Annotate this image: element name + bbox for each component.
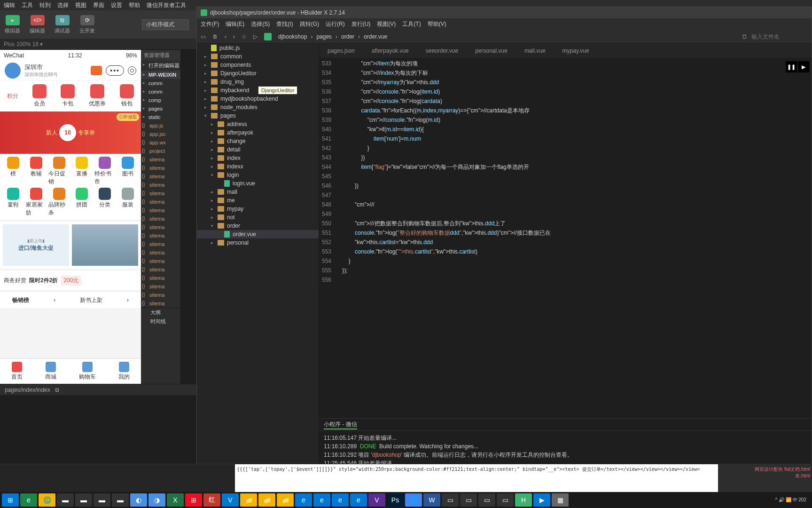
file-search-input[interactable] (751, 33, 808, 40)
open-editors[interactable]: 打开的编辑器 (141, 61, 180, 71)
taskbar-app[interactable]: ▬ (75, 493, 92, 507)
file-search-icon[interactable]: 🗋 (742, 33, 748, 40)
tab-new[interactable]: 新书上架 (80, 296, 102, 304)
wxml-snippet[interactable]: {{{['tap',['topay',['$event']]]]}}" styl… (235, 464, 718, 492)
hb-menu-item[interactable]: 选择(S) (251, 20, 270, 28)
tree-file[interactable]: sitema (141, 155, 180, 164)
taskbar-app[interactable]: ▭ (460, 493, 477, 507)
taskbar-app[interactable]: ▦ (552, 493, 569, 507)
taskbar-app[interactable]: ▬ (57, 493, 74, 507)
editor-tabs[interactable]: pages.jsonafterpayok.vueseeorder.vuepers… (319, 44, 812, 58)
quick-item[interactable]: 钱包 (120, 84, 134, 108)
tree-item[interactable]: common (197, 52, 319, 61)
tree-item[interactable]: DjangoUeditor (197, 69, 319, 78)
tree-file[interactable]: project (141, 147, 180, 155)
hb-menu-item[interactable]: 发行(U) (351, 20, 371, 28)
hb-menu-item[interactable]: 视图(V) (377, 20, 396, 28)
quick-item[interactable]: 优惠券 (89, 84, 106, 108)
tree-file[interactable]: sitema (141, 172, 180, 181)
tree-file[interactable]: sitema (141, 282, 180, 291)
promo-card[interactable]: ▮新上市▮ 进口/海鱼大促 (0, 222, 141, 269)
promo-banner[interactable]: 立即领取 新人 10 专享券 (0, 111, 141, 154)
tree-item[interactable]: not (197, 213, 319, 222)
editor-tab[interactable]: personal.vue (467, 44, 516, 58)
cat-item[interactable]: 服装 (117, 188, 138, 217)
cat-item[interactable]: 家居家纺 (26, 188, 47, 217)
mail-icon[interactable] (91, 66, 102, 75)
hb-menu-item[interactable]: 帮助(V) (428, 20, 446, 28)
editor-toggle[interactable]: </>编辑器 (30, 15, 45, 34)
tree-file[interactable]: sitema (141, 265, 180, 274)
tree-file[interactable]: sitema (141, 257, 180, 265)
taskbar-app[interactable]: 📁 (277, 493, 294, 507)
save-icon[interactable]: 🗎 (212, 33, 218, 40)
run-icon[interactable]: ▷ (253, 33, 258, 40)
taskbar-app[interactable]: ▬ (94, 493, 110, 507)
editor-tab[interactable]: mypay.vue (554, 44, 598, 58)
hb-menu-item[interactable]: 跳转(G) (300, 20, 319, 28)
editor-tab[interactable]: pages.json (319, 44, 363, 58)
taskbar-app[interactable]: 🌐 (39, 493, 55, 507)
taskbar-app[interactable]: ◑ (148, 493, 165, 507)
back-icon[interactable]: ‹ (225, 33, 226, 40)
terminal-tab[interactable]: 小程序 - 微信 (319, 419, 812, 431)
tree-folder[interactable]: comm (141, 87, 180, 96)
taskbar-app[interactable]: W (423, 493, 440, 507)
panel-icon[interactable]: ▭ (201, 33, 206, 40)
cat-item[interactable]: 特价书市 (94, 157, 116, 186)
taskbar-app[interactable]: ▶ (533, 493, 550, 507)
taskbar-app[interactable]: ⊞ (185, 493, 202, 507)
tree-item[interactable]: change (197, 137, 319, 145)
taskbar-app[interactable]: H (515, 493, 532, 507)
capsule-close[interactable] (128, 66, 136, 75)
forward-icon[interactable]: › (233, 33, 235, 40)
hb-menu-item[interactable]: 查找(I) (276, 20, 293, 28)
editor-tab[interactable]: afterpayok.vue (363, 44, 417, 58)
hb-menu-item[interactable]: 运行(R) (326, 20, 345, 28)
editor-tab[interactable]: seeorder.vue (417, 44, 467, 58)
recent-files[interactable]: 网页设计配色 flat文档.html 表.html (718, 464, 812, 492)
timeline-section[interactable]: 时间线 (141, 317, 180, 326)
tree-folder[interactable]: comm (141, 79, 180, 87)
tree-item[interactable]: mydjbookshopbackend (197, 95, 319, 103)
tree-item[interactable]: mypay (197, 205, 319, 213)
debugger-toggle[interactable]: ⧉调试器 (55, 15, 70, 34)
menu-settings[interactable]: 设置 (111, 1, 122, 9)
mode-select[interactable]: 小程序模式 (142, 19, 189, 30)
cat-item[interactable]: 教辅 (26, 157, 47, 186)
tree-folder[interactable]: static (141, 113, 180, 121)
taskbar-app[interactable]: ◐ (130, 493, 147, 507)
deal-bar[interactable]: 商务好货 限时2件2折 200元 (0, 270, 141, 290)
pause-icon[interactable]: ❚❚ (786, 61, 797, 72)
tree-file[interactable]: sitema (141, 198, 180, 206)
tree-item[interactable]: address (197, 120, 319, 128)
zoom-indicator[interactable]: Plus 100% 16 ▾ (4, 41, 43, 48)
hb-menu-item[interactable]: 编辑(E) (226, 20, 244, 28)
taskbar-app[interactable]: Ps (387, 493, 404, 507)
taskbar-app[interactable]: e (295, 493, 312, 507)
tree-item[interactable]: indexx (197, 162, 319, 171)
taskbar-app[interactable]: e (313, 493, 330, 507)
cat-item[interactable]: 拼团 (71, 188, 93, 217)
tree-file[interactable]: sitema (141, 248, 180, 257)
cat-item[interactable]: 今日促销 (48, 157, 70, 186)
tree-file[interactable]: app.jsc (141, 130, 180, 138)
taskbar-app[interactable]: V (368, 493, 385, 507)
hb-file-tree[interactable]: DjangoUeditor public.jscommoncomponentsD… (197, 44, 319, 508)
menu-ui[interactable]: 界面 (93, 1, 104, 9)
tree-file[interactable]: sitema (141, 214, 180, 223)
tree-item[interactable]: login (197, 171, 319, 179)
tree-file[interactable]: sitema (141, 299, 180, 308)
menu-wxdevtools[interactable]: 微信开发者工具 (147, 1, 186, 9)
nav-me[interactable]: 我的 (118, 362, 130, 381)
copy-icon[interactable]: ⧉ (55, 387, 59, 393)
quick-item[interactable]: 会员 (32, 84, 47, 108)
tree-item[interactable]: order.vue (197, 230, 319, 238)
tree-item[interactable]: drug_img (197, 78, 319, 86)
taskbar-app[interactable]: e (20, 493, 37, 507)
tree-folder[interactable]: comp (141, 96, 180, 104)
tree-item[interactable]: login.vue (197, 179, 319, 188)
tree-file[interactable]: sitema (141, 274, 180, 282)
tree-file[interactable]: sitema (141, 164, 180, 172)
menu-tools[interactable]: 工具 (22, 1, 33, 9)
